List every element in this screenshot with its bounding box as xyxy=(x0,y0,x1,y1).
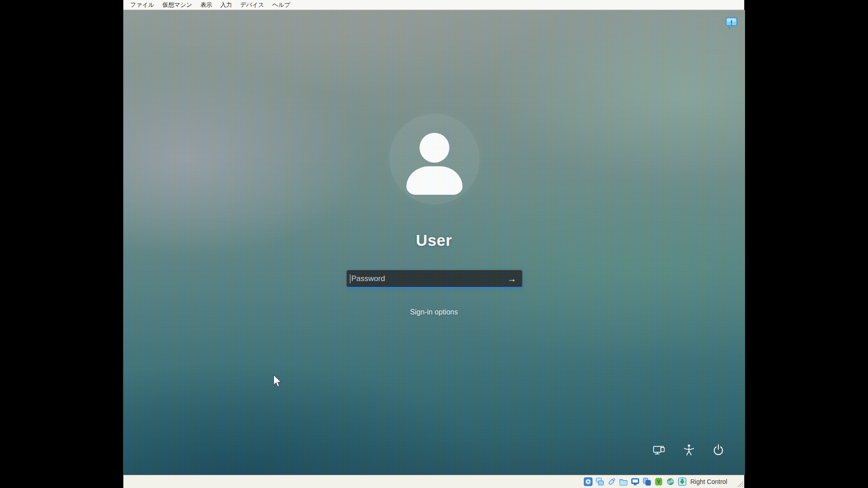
mouse-cursor xyxy=(272,374,283,389)
password-field: → xyxy=(346,270,523,288)
display-icon[interactable] xyxy=(631,477,640,486)
login-screen: ! User → Sign-in options xyxy=(123,10,745,475)
statusbar-icons: V xyxy=(584,477,687,486)
menubar: ファイル 仮想マシン 表示 入力 デバイス ヘルプ xyxy=(123,0,744,10)
password-submit-button[interactable]: → xyxy=(501,270,522,287)
features-icon[interactable]: V xyxy=(654,477,663,486)
keyboard-capture-icon[interactable] xyxy=(678,477,687,486)
statusbar: V Right Control xyxy=(123,475,744,488)
menu-help[interactable]: ヘルプ xyxy=(268,0,294,9)
recording-icon[interactable] xyxy=(642,477,651,486)
menu-input[interactable]: 入力 xyxy=(216,0,236,9)
password-input[interactable] xyxy=(350,270,501,287)
avatar-head xyxy=(420,133,449,163)
menu-view[interactable]: 表示 xyxy=(196,0,216,9)
usb-icon[interactable] xyxy=(607,477,616,486)
virtualbox-window: ファイル 仮想マシン 表示 入力 デバイス ヘルプ ! User → xyxy=(123,0,745,488)
accessibility-icon[interactable] xyxy=(682,443,696,457)
username-label: User xyxy=(344,231,524,249)
menu-devices[interactable]: デバイス xyxy=(236,0,268,9)
network-icon[interactable] xyxy=(666,477,675,486)
network-status-icon[interactable] xyxy=(652,443,666,457)
signin-options-link[interactable]: Sign-in options xyxy=(344,308,524,316)
hard-disks-icon[interactable] xyxy=(584,477,593,486)
avatar-shoulders xyxy=(406,166,462,195)
shared-folders-icon[interactable] xyxy=(619,477,628,486)
power-icon[interactable] xyxy=(712,443,725,457)
optical-drives-icon[interactable] xyxy=(595,477,604,486)
bubble-exclamation-glyph: ! xyxy=(731,19,732,26)
notification-bubble-icon[interactable]: ! xyxy=(725,16,738,30)
host-key-label: Right Control xyxy=(690,475,727,488)
svg-text:V: V xyxy=(657,479,660,484)
menu-file[interactable]: ファイル xyxy=(126,0,158,9)
menu-machine[interactable]: 仮想マシン xyxy=(158,0,196,9)
resize-grip[interactable] xyxy=(736,480,743,487)
